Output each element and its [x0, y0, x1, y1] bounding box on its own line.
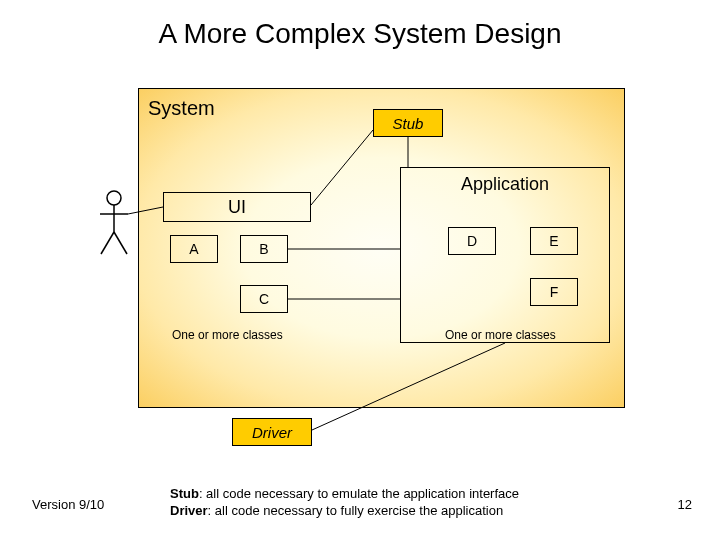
box-f-label: F: [550, 284, 559, 300]
box-e: E: [530, 227, 578, 255]
box-c: C: [240, 285, 288, 313]
box-d-label: D: [467, 233, 477, 249]
definitions: Stub: all code necessary to emulate the …: [170, 485, 519, 520]
application-box: Application: [400, 167, 610, 343]
driver-def-label: Driver: [170, 503, 208, 518]
svg-line-3: [101, 232, 114, 254]
box-b-label: B: [259, 241, 268, 257]
page-number: 12: [678, 497, 692, 512]
svg-line-4: [114, 232, 127, 254]
ui-box: UI: [163, 192, 311, 222]
stub-def: : all code necessary to emulate the appl…: [199, 486, 519, 501]
system-label: System: [148, 97, 215, 120]
box-f: F: [530, 278, 578, 306]
box-b: B: [240, 235, 288, 263]
app-caption: One or more classes: [445, 328, 556, 342]
slide-title: A More Complex System Design: [0, 18, 720, 50]
box-c-label: C: [259, 291, 269, 307]
stub-box: Stub: [373, 109, 443, 137]
ui-caption: One or more classes: [172, 328, 283, 342]
box-e-label: E: [549, 233, 558, 249]
box-a: A: [170, 235, 218, 263]
ui-label: UI: [228, 197, 246, 218]
stub-label: Stub: [393, 115, 424, 132]
svg-point-0: [107, 191, 121, 205]
driver-def: : all code necessary to fully exercise t…: [208, 503, 504, 518]
application-label: Application: [401, 174, 609, 195]
actor-icon: [97, 190, 131, 256]
box-a-label: A: [189, 241, 198, 257]
driver-box: Driver: [232, 418, 312, 446]
stub-def-label: Stub: [170, 486, 199, 501]
driver-label: Driver: [252, 424, 292, 441]
version-label: Version 9/10: [32, 497, 104, 512]
box-d: D: [448, 227, 496, 255]
